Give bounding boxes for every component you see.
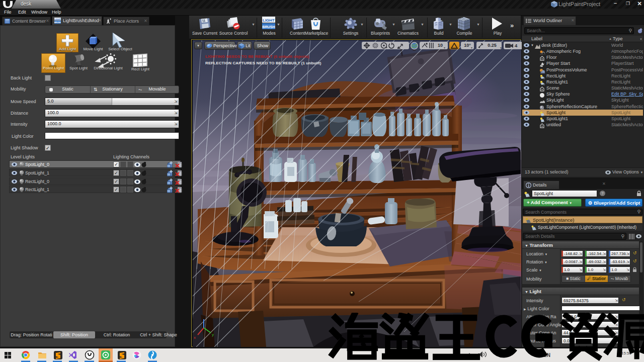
svg-text:LIGHT: LIGHT [263,18,275,23]
svg-text:x: x [194,335,196,340]
svg-text:BRUSH: BRUSH [54,21,61,24]
svg-text:BRUSH: BRUSH [262,25,275,29]
svg-text:y: y [212,332,214,337]
svg-text:LIGHT: LIGHT [55,18,61,21]
